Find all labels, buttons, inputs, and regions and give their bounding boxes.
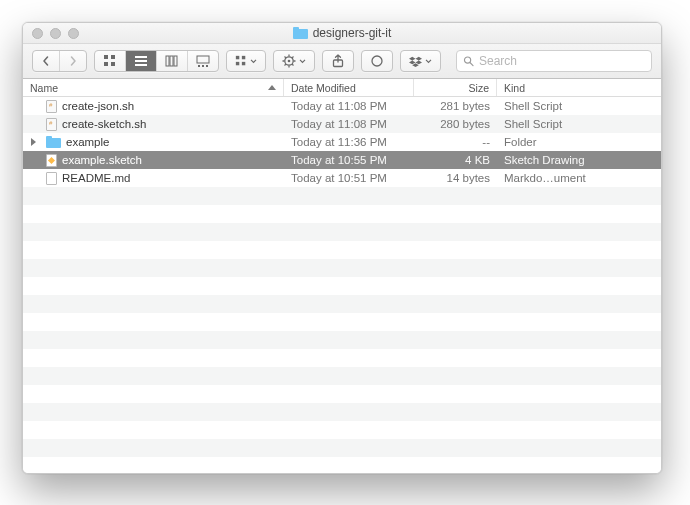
view-column-button[interactable] [157,51,188,71]
file-name: example.sketch [62,154,142,166]
toolbar [23,44,661,79]
svg-rect-7 [166,56,169,66]
table-row[interactable]: create-sketch.shToday at 11:08 PM280 byt… [23,115,661,133]
cell-size: 14 bytes [414,172,497,184]
view-list-button[interactable] [126,51,157,71]
tags-button[interactable] [362,51,392,71]
empty-row [23,205,661,223]
svg-rect-1 [111,55,115,59]
window-title-text: designers-git-it [313,26,392,40]
search-input[interactable] [479,54,645,68]
svg-line-27 [292,57,293,58]
table-row[interactable]: create-json.shToday at 11:08 PM281 bytes… [23,97,661,115]
header-size[interactable]: Size [414,79,497,96]
forward-button[interactable] [60,51,86,71]
svg-rect-10 [197,56,209,63]
header-date[interactable]: Date Modified [284,79,414,96]
zoom-button[interactable] [68,28,79,39]
cell-kind: Shell Script [497,100,661,112]
svg-line-25 [292,64,293,65]
dropbox-button[interactable] [401,51,440,71]
header-size-label: Size [469,82,489,94]
file-icon [46,172,57,185]
svg-point-29 [372,56,382,66]
disclosure-triangle[interactable] [29,138,37,146]
back-button[interactable] [33,51,60,71]
cell-size: 4 KB [414,154,497,166]
header-name-label: Name [30,82,58,94]
cell-date: Today at 11:36 PM [284,136,414,148]
nav-buttons [32,50,87,72]
cell-name: example [23,136,284,148]
empty-row [23,277,661,295]
view-gallery-button[interactable] [188,51,218,71]
search-icon [463,55,474,67]
arrange-button[interactable] [227,51,265,71]
dropbox-button-group [400,50,441,72]
svg-rect-12 [202,65,204,67]
sort-ascending-icon [268,85,276,90]
share-button-group [322,50,354,72]
cell-date: Today at 11:08 PM [284,100,414,112]
finder-window: designers-git-it [22,22,662,474]
search-wrap [448,50,652,72]
empty-row [23,223,661,241]
cell-name: example.sketch [23,154,284,167]
cell-size: 281 bytes [414,100,497,112]
empty-row [23,457,661,473]
cell-size: 280 bytes [414,118,497,130]
svg-line-26 [285,64,286,65]
svg-rect-13 [206,65,208,67]
cell-kind: Sketch Drawing [497,154,661,166]
file-name: create-sketch.sh [62,118,146,130]
titlebar: designers-git-it [23,23,661,44]
arrange-button-group [226,50,266,72]
file-name: example [66,136,109,148]
svg-rect-17 [242,62,245,65]
cell-kind: Folder [497,136,661,148]
shell-file-icon [46,100,57,113]
empty-row [23,187,661,205]
svg-rect-8 [170,56,173,66]
traffic-lights [32,28,79,39]
empty-row [23,367,661,385]
cell-kind: Markdo…ument [497,172,661,184]
folder-icon [46,136,61,148]
window-title: designers-git-it [23,26,661,40]
file-list[interactable]: create-json.shToday at 11:08 PM281 bytes… [23,97,661,473]
minimize-button[interactable] [50,28,61,39]
sketch-file-icon [46,154,57,167]
action-button-group [273,50,315,72]
empty-row [23,385,661,403]
empty-row [23,349,661,367]
folder-icon [293,27,308,39]
action-button[interactable] [274,51,314,71]
header-kind-label: Kind [504,82,525,94]
empty-row [23,313,661,331]
svg-rect-16 [236,62,239,65]
table-row[interactable]: README.mdToday at 10:51 PM14 bytesMarkdo… [23,169,661,187]
header-kind[interactable]: Kind [497,79,661,96]
svg-rect-9 [174,56,177,66]
svg-rect-0 [104,55,108,59]
table-row[interactable]: example.sketchToday at 10:55 PM4 KBSketc… [23,151,661,169]
svg-rect-5 [135,60,147,62]
empty-row [23,421,661,439]
table-row[interactable]: exampleToday at 11:36 PM--Folder [23,133,661,151]
share-button[interactable] [323,51,353,71]
file-name: README.md [62,172,130,184]
header-name[interactable]: Name [23,79,284,96]
chevron-right-icon [31,138,36,146]
view-switcher [94,50,219,72]
view-icon-button[interactable] [95,51,126,71]
svg-line-31 [470,62,473,65]
cell-name: README.md [23,172,284,185]
cell-date: Today at 11:08 PM [284,118,414,130]
column-headers: Name Date Modified Size Kind [23,79,661,97]
search-field[interactable] [456,50,652,72]
svg-rect-11 [198,65,200,67]
cell-name: create-sketch.sh [23,118,284,131]
empty-row [23,403,661,421]
empty-row [23,439,661,457]
close-button[interactable] [32,28,43,39]
